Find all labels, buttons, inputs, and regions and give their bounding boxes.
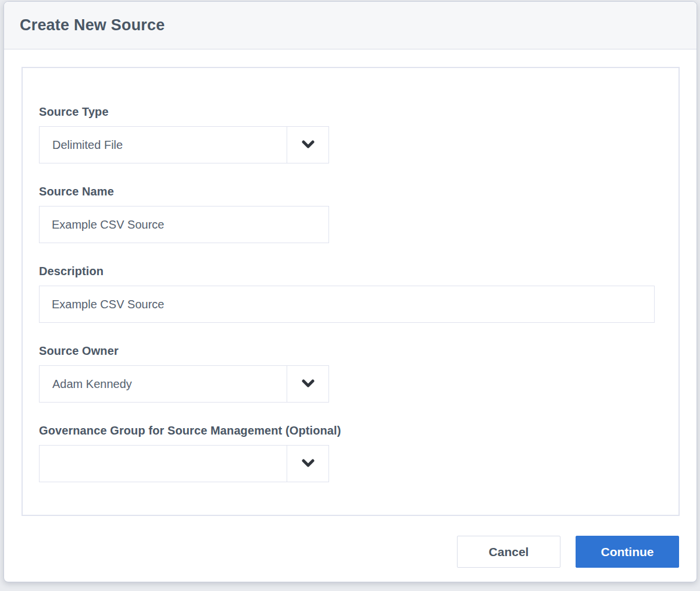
dialog-body: Source Type Delimited File Source Name D… — [4, 49, 697, 516]
source-owner-select[interactable]: Adam Kennedy — [39, 365, 329, 403]
dialog-header: Create New Source — [4, 2, 697, 49]
source-name-input[interactable] — [39, 206, 329, 243]
continue-button[interactable]: Continue — [576, 536, 679, 568]
dialog-title: Create New Source — [20, 16, 165, 34]
dialog-footer: Cancel Continue — [4, 516, 697, 582]
source-name-label: Source Name — [39, 185, 655, 198]
description-input[interactable] — [39, 286, 655, 323]
description-label: Description — [39, 265, 655, 278]
source-owner-label: Source Owner — [39, 344, 655, 358]
source-type-select[interactable]: Delimited File — [39, 126, 329, 163]
governance-group-select[interactable] — [39, 445, 329, 482]
source-type-label: Source Type — [39, 105, 655, 119]
chevron-down-icon[interactable] — [287, 127, 328, 163]
form-panel: Source Type Delimited File Source Name D… — [22, 67, 680, 516]
governance-group-selected-value — [40, 446, 287, 482]
source-owner-selected-value: Adam Kennedy — [40, 366, 287, 402]
chevron-down-icon[interactable] — [287, 366, 328, 402]
governance-group-label: Governance Group for Source Management (… — [39, 424, 655, 437]
chevron-down-icon[interactable] — [287, 446, 328, 482]
governance-group-group: Governance Group for Source Management (… — [39, 424, 655, 482]
source-owner-group: Source Owner Adam Kennedy — [39, 344, 655, 403]
source-type-group: Source Type Delimited File — [39, 105, 655, 163]
cancel-button[interactable]: Cancel — [457, 536, 560, 568]
create-source-dialog: Create New Source Source Type Delimited … — [3, 1, 697, 582]
description-group: Description — [39, 265, 655, 323]
source-name-group: Source Name — [39, 185, 655, 243]
source-type-selected-value: Delimited File — [40, 127, 287, 163]
